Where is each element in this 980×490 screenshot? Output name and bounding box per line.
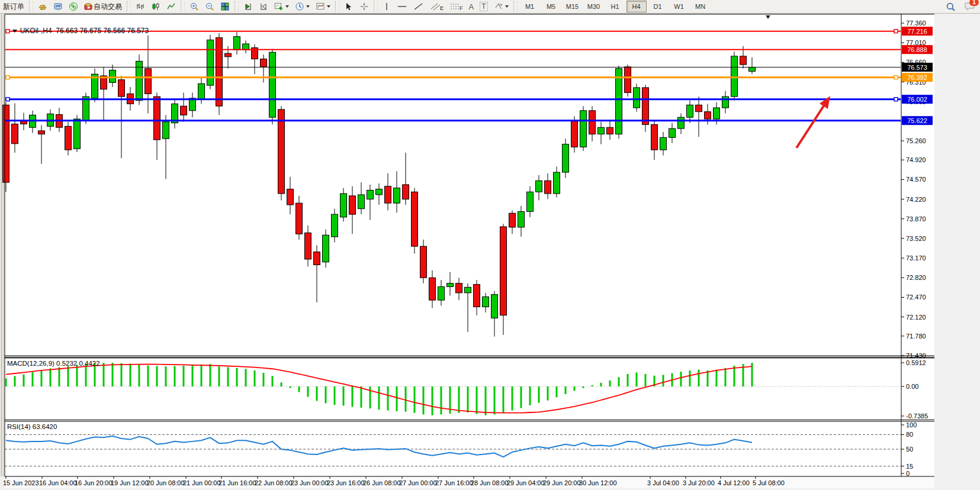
chart-shift-button[interactable] bbox=[256, 1, 271, 12]
trendline-tool-button[interactable] bbox=[411, 1, 426, 12]
timeframe-button-w1[interactable]: W1 bbox=[669, 1, 689, 12]
candle-body bbox=[181, 106, 187, 115]
timeframe-button-mn[interactable]: MN bbox=[690, 1, 711, 12]
timeframe-button-m15[interactable]: M15 bbox=[563, 1, 583, 12]
crosshair-tool-button[interactable] bbox=[357, 1, 371, 12]
badge-label: 76.888 bbox=[907, 46, 927, 53]
search-button[interactable] bbox=[943, 1, 958, 12]
line-handle[interactable] bbox=[894, 30, 898, 33]
rsi-indicator-label: RSI(14) 63.6420 bbox=[7, 423, 57, 430]
line-chart-button[interactable] bbox=[164, 1, 178, 12]
period-button[interactable] bbox=[293, 1, 312, 12]
chevron-down-icon bbox=[327, 5, 330, 8]
timeframe-button-d1[interactable]: D1 bbox=[648, 1, 668, 12]
time-tick-label: 28 Jun 08:00 bbox=[471, 479, 509, 486]
candle-body bbox=[491, 295, 498, 318]
bar-chart-icon bbox=[136, 2, 145, 11]
candle-body bbox=[269, 52, 276, 117]
line-handle[interactable] bbox=[6, 98, 9, 101]
hline-icon bbox=[397, 2, 407, 11]
tile-windows-button[interactable] bbox=[218, 1, 232, 12]
line-handle[interactable] bbox=[6, 76, 9, 79]
timeframe-button-h1[interactable]: H1 bbox=[605, 1, 625, 12]
zoom-in-button[interactable] bbox=[187, 1, 201, 12]
fibonacci-tool-button[interactable]: F bbox=[447, 1, 465, 12]
trendline-icon bbox=[413, 2, 424, 11]
candle-body bbox=[332, 214, 338, 237]
candle bbox=[412, 188, 418, 254]
line-handle[interactable] bbox=[894, 98, 898, 101]
hline-tool-button[interactable] bbox=[394, 1, 410, 12]
time-tick-label: 27 Jun 00:00 bbox=[399, 479, 437, 486]
price-badge-76_573: 76.573 bbox=[902, 63, 933, 72]
candle-body bbox=[340, 194, 347, 217]
toolbar-separator bbox=[181, 1, 185, 12]
price-badge-75_622: 75.622 bbox=[902, 116, 933, 125]
market-watch-button[interactable] bbox=[36, 1, 50, 12]
price-tick-label: 73.870 bbox=[906, 215, 926, 223]
timeframe-button-h4[interactable]: H4 bbox=[626, 1, 647, 12]
candle-body bbox=[483, 296, 489, 307]
time-tick-label: 5 Jul 08:00 bbox=[753, 479, 785, 486]
terminal-icon bbox=[53, 2, 63, 11]
template-button[interactable] bbox=[313, 1, 333, 12]
template-icon bbox=[316, 2, 325, 11]
auto-scroll-button[interactable] bbox=[241, 1, 255, 12]
line-chart-icon bbox=[166, 2, 176, 11]
time-tick-label: 23 Jun 16:00 bbox=[327, 479, 365, 486]
time-tick-label: 16 Jun 04:00 bbox=[39, 479, 77, 486]
price-tick-label: 72.470 bbox=[906, 294, 926, 301]
rsi-axis-label: 15 bbox=[906, 463, 913, 470]
time-tick-label: 3 Jul 20:00 bbox=[683, 479, 715, 486]
chart-canvas[interactable]: 77.36077.01076.66076.31075.96075.61075.2… bbox=[0, 0, 980, 490]
symbol-header-label: UKOil-,H4 76.663 76.675 76.566 76.573 bbox=[20, 27, 149, 35]
label-tool-button[interactable]: T bbox=[477, 1, 490, 12]
new-order-label: 新订单 bbox=[3, 2, 24, 12]
badge-label: 75.622 bbox=[907, 117, 927, 124]
shapes-tool-button[interactable] bbox=[491, 1, 511, 12]
time-tick-label: 21 Jun 16:00 bbox=[219, 479, 256, 486]
timeframe-button-m1[interactable]: M1 bbox=[520, 1, 540, 12]
candle-chart-button[interactable] bbox=[149, 1, 163, 12]
add-indicator-icon bbox=[274, 2, 284, 11]
terminal-button[interactable] bbox=[51, 1, 65, 12]
bar-chart-button[interactable] bbox=[133, 1, 147, 12]
add-indicator-button[interactable] bbox=[272, 1, 291, 12]
candle-body bbox=[38, 131, 45, 134]
time-tick-label: 29 Jun 04:00 bbox=[507, 479, 545, 486]
price-tick-label: 75.260 bbox=[906, 137, 926, 144]
cursor-tool-button[interactable] bbox=[342, 1, 356, 12]
time-tick-label: 26 Jun 08:00 bbox=[363, 479, 401, 486]
line-handle[interactable] bbox=[894, 76, 898, 79]
chart-header: UKOil-,H4 76.663 76.675 76.566 76.573 bbox=[8, 18, 149, 35]
macd-axis-label: -0.7385 bbox=[906, 412, 928, 420]
autotrade-icon bbox=[84, 2, 94, 11]
shapes-icon bbox=[494, 2, 503, 11]
new-order-button[interactable]: 新订单 bbox=[1, 1, 27, 12]
time-tick-label: 20 Jun 08:00 bbox=[147, 479, 185, 486]
text-tool-button[interactable]: A bbox=[467, 1, 477, 12]
vline-tool-button[interactable] bbox=[380, 1, 393, 12]
timeframe-button-m30[interactable]: M30 bbox=[584, 1, 604, 12]
search-icon bbox=[946, 2, 956, 12]
candle-body bbox=[412, 192, 418, 246]
candle bbox=[3, 102, 9, 192]
price-tick-label: 73.520 bbox=[906, 235, 926, 242]
candle-body bbox=[634, 88, 640, 108]
auto-trading-button[interactable]: 自动交易 bbox=[82, 1, 124, 12]
timeframe-toolbar: M1M5M15M30H1H4D1W1MN bbox=[519, 1, 711, 12]
time-tick-label: 29 Jun 20:00 bbox=[543, 479, 581, 486]
candle-body bbox=[403, 185, 409, 199]
candle-body bbox=[527, 192, 534, 211]
candle bbox=[216, 33, 223, 115]
signal-button[interactable] bbox=[66, 1, 81, 12]
time-tick-label: 21 Jun 00:00 bbox=[183, 479, 221, 486]
chat-button[interactable]: 1 bbox=[965, 1, 975, 12]
channel-tool-button[interactable]: E bbox=[428, 1, 446, 12]
candle bbox=[207, 35, 214, 89]
symbol-list-icon[interactable] bbox=[12, 30, 17, 33]
candle-body bbox=[500, 227, 507, 315]
timeframe-button-m5[interactable]: M5 bbox=[541, 1, 561, 12]
candle bbox=[136, 54, 143, 105]
zoom-out-button[interactable] bbox=[203, 1, 217, 12]
